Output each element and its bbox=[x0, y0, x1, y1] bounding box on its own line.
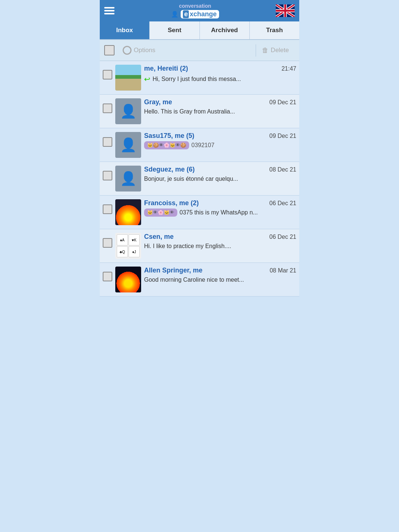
avatar bbox=[115, 199, 141, 225]
list-item[interactable]: Allen Springer, me 08 Mar 21 Good mornin… bbox=[100, 263, 299, 297]
message-content: Gray, me 09 Dec 21 Hello. This is Gray f… bbox=[144, 98, 296, 116]
app-title: conversation 👤 e xchange bbox=[115, 3, 276, 18]
message-preview: Good morning Caroline nice to meet... bbox=[144, 276, 296, 284]
message-sender: Allen Springer, me bbox=[144, 267, 202, 274]
options-label: Options bbox=[134, 47, 156, 54]
message-checkbox[interactable] bbox=[103, 272, 112, 281]
message-sender: Francoiss, me (2) bbox=[144, 199, 199, 207]
toolbar: Options 🗑 Delete bbox=[100, 40, 299, 61]
list-item[interactable]: 👤 Sasu175, me (5) 09 Dec 21 🐱🍪👁🌸🐱👁🍪 0392… bbox=[100, 128, 299, 162]
gear-icon bbox=[123, 46, 132, 55]
trash-icon: 🗑 bbox=[262, 47, 269, 54]
message-checkbox[interactable] bbox=[103, 70, 112, 79]
avatar: 👤 bbox=[115, 132, 141, 158]
app-header: conversation 👤 e xchange bbox=[100, 0, 299, 21]
message-preview: Hello. This is Gray from Australia... bbox=[144, 108, 296, 116]
message-preview: Hi. I like to practice my English.... bbox=[144, 242, 296, 250]
message-time: 09 Dec 21 bbox=[269, 133, 296, 139]
message-checkbox[interactable] bbox=[103, 171, 112, 180]
message-list: me, Hereiti (2) 21:47 ↩ Hi, Sorry I just… bbox=[100, 61, 299, 297]
message-time: 21:47 bbox=[282, 65, 296, 72]
message-preview: ↩ Hi, Sorry I just found this messa... bbox=[144, 74, 296, 84]
message-sender: me, Hereiti (2) bbox=[144, 65, 188, 72]
list-item[interactable]: me, Hereiti (2) 21:47 ↩ Hi, Sorry I just… bbox=[100, 61, 299, 95]
message-checkbox[interactable] bbox=[103, 104, 112, 113]
message-content: Sdeguez, me (6) 08 Dec 21 Bonjour, je su… bbox=[144, 166, 296, 183]
message-content: Csen, me 06 Dec 21 Hi. I like to practic… bbox=[144, 233, 296, 250]
delete-button[interactable]: 🗑 Delete bbox=[256, 44, 295, 57]
message-time: 08 Dec 21 bbox=[269, 166, 296, 173]
message-content: Allen Springer, me 08 Mar 21 Good mornin… bbox=[144, 267, 296, 284]
avatar bbox=[115, 267, 141, 292]
menu-button[interactable] bbox=[104, 7, 115, 14]
tab-sent[interactable]: Sent bbox=[150, 21, 200, 39]
list-item[interactable]: Francoiss, me (2) 06 Dec 21 🐱👁🌸🐱👁 0375 t… bbox=[100, 196, 299, 229]
person-avatar: 👤 bbox=[115, 166, 141, 192]
message-preview: Bonjour, je suis étonné car quelqu... bbox=[144, 175, 296, 183]
list-item[interactable]: 👤 Sdeguez, me (6) 08 Dec 21 Bonjour, je … bbox=[100, 162, 299, 196]
sticker-image: 🐱🍪👁🌸🐱👁🍪 bbox=[144, 141, 189, 149]
message-sender: Sasu175, me (5) bbox=[144, 132, 194, 140]
message-time: 08 Mar 21 bbox=[270, 267, 296, 274]
message-preview: 🐱👁🌸🐱👁 0375 this is my WhatsApp n... bbox=[144, 209, 296, 217]
message-time: 09 Dec 21 bbox=[269, 99, 296, 106]
list-item[interactable]: ♠A ♥K ♣Q ♦J Csen, me 06 Dec 21 Hi. I lik… bbox=[100, 229, 299, 263]
avatar bbox=[115, 65, 141, 91]
tab-trash[interactable]: Trash bbox=[250, 21, 299, 39]
message-content: Francoiss, me (2) 06 Dec 21 🐱👁🌸🐱👁 0375 t… bbox=[144, 199, 296, 217]
cards-avatar: ♠A ♥K ♣Q ♦J bbox=[115, 233, 141, 259]
message-sender: Sdeguez, me (6) bbox=[144, 166, 195, 173]
avatar: 👤 bbox=[115, 166, 141, 192]
message-checkbox[interactable] bbox=[103, 137, 112, 147]
sticker-image: 🐱👁🌸🐱👁 bbox=[144, 209, 177, 217]
message-checkbox[interactable] bbox=[103, 238, 112, 248]
list-item[interactable]: 👤 Gray, me 09 Dec 21 Hello. This is Gray… bbox=[100, 95, 299, 128]
message-content: Sasu175, me (5) 09 Dec 21 🐱🍪👁🌸🐱👁🍪 039210… bbox=[144, 132, 296, 149]
message-time: 06 Dec 21 bbox=[269, 200, 296, 207]
avatar: 👤 bbox=[115, 98, 141, 124]
reply-icon: ↩ bbox=[144, 74, 150, 84]
avatar: ♠A ♥K ♣Q ♦J bbox=[115, 233, 141, 259]
select-all-checkbox[interactable] bbox=[104, 45, 115, 55]
person-avatar: 👤 bbox=[115, 132, 141, 158]
sunset-avatar bbox=[115, 199, 141, 225]
message-sender: Gray, me bbox=[144, 98, 172, 106]
message-sender: Csen, me bbox=[144, 233, 174, 241]
message-preview: 🐱🍪👁🌸🐱👁🍪 0392107 bbox=[144, 141, 296, 149]
tab-inbox[interactable]: Inbox bbox=[100, 21, 150, 39]
tab-archived[interactable]: Archived bbox=[200, 21, 250, 39]
message-content: me, Hereiti (2) 21:47 ↩ Hi, Sorry I just… bbox=[144, 65, 296, 84]
svg-rect-8 bbox=[284, 4, 286, 17]
language-flag[interactable] bbox=[276, 4, 295, 17]
tab-bar: Inbox Sent Archived Trash bbox=[100, 21, 299, 40]
message-time: 06 Dec 21 bbox=[269, 234, 296, 240]
message-checkbox[interactable] bbox=[103, 204, 112, 214]
person-avatar: 👤 bbox=[115, 98, 141, 124]
delete-label: Delete bbox=[271, 47, 289, 54]
options-button[interactable]: Options bbox=[118, 44, 160, 57]
